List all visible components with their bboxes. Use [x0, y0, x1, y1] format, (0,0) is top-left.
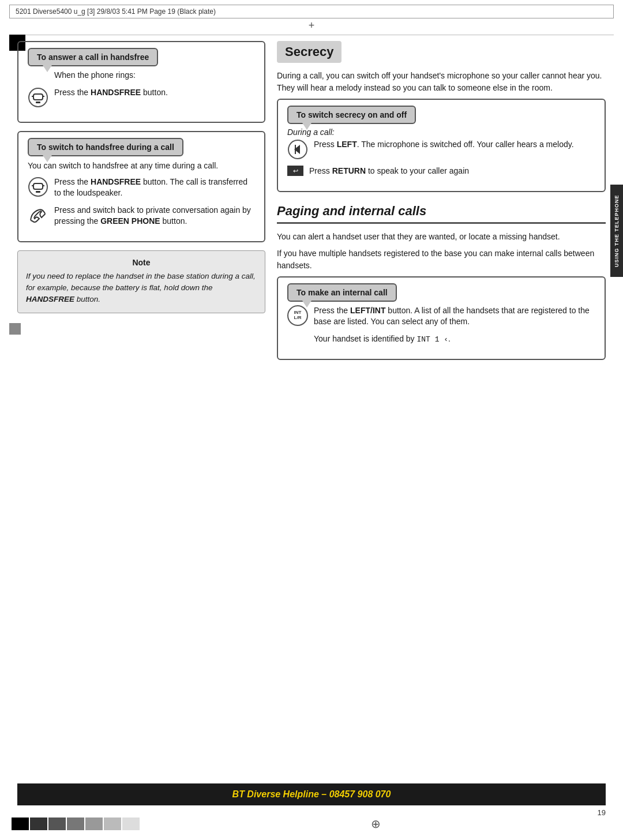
left-column: To answer a call in handsfree When the p…: [17, 41, 265, 368]
bottom-crosshair: ⊕: [371, 817, 381, 831]
color-dark2: [48, 817, 66, 830]
internal-step1-text: Press the LEFT/INT button. A list of all…: [314, 305, 595, 328]
secrecy-step2-post: to speak to your caller again: [366, 166, 469, 175]
secrecy-title: Secrecy: [277, 41, 341, 63]
page-number: 19: [598, 808, 606, 817]
secrecy-step2-bold: RETURN: [332, 166, 366, 175]
internal-step1-row: INTL/R Press the LEFT/INT button. A list…: [287, 305, 595, 328]
int-button-icon: INTL/R: [287, 305, 308, 326]
note-text: If you need to replace the handset in th…: [26, 271, 257, 306]
answer-step2-pre: Press the: [54, 88, 91, 97]
main-content: To answer a call in handsfree When the p…: [17, 41, 606, 368]
bottom-marks: ⊕: [0, 817, 623, 831]
svg-rect-7: [36, 191, 40, 193]
section-secrecy-switch: To switch secrecy on and off During a ca…: [277, 99, 606, 192]
note-box: Note If you need to replace the handset …: [17, 250, 265, 313]
page-header: 5201 Diverse5400 u_g [3] 29/8/03 5:41 PM…: [9, 5, 614, 18]
handsfree-icon-1: [28, 87, 48, 108]
registration-mark-gray: [9, 323, 21, 335]
internal-step2-text-main: Your handset is identified by: [314, 334, 417, 343]
top-divider: [9, 35, 614, 35]
secrecy-switch-content: During a call: Press LEFT. The microphon…: [278, 127, 605, 191]
answer-step1-text: When the phone rings:: [54, 70, 255, 81]
secrecy-step2-row: ↩ Press RETURN to speak to your caller a…: [287, 166, 595, 177]
internal-step2-period: .: [448, 334, 451, 343]
paging-section: Paging and internal calls You can alert …: [277, 204, 606, 360]
svg-rect-6: [33, 183, 43, 189]
color-gray1: [67, 817, 84, 830]
paging-para2: If you have multiple handsets registered…: [277, 247, 606, 272]
internal-step2-code: INT 1 ‹: [417, 335, 449, 344]
header-text: 5201 Diverse5400 u_g [3] 29/8/03 5:41 PM…: [16, 7, 216, 16]
crosshair-mark: [306, 20, 317, 31]
secrecy-step1-bold: LEFT: [337, 140, 357, 149]
section-switch-title: To switch to handsfree during a call: [28, 138, 183, 156]
switch-step2-row: Press and switch back to private convers…: [28, 205, 255, 227]
section-answer-handsfree: To answer a call in handsfree When the p…: [17, 41, 265, 123]
note-title: Note: [26, 258, 257, 267]
color-dark1: [30, 817, 47, 830]
svg-point-5: [29, 178, 47, 196]
internal-step2-row: Your handset is identified by INT 1 ‹.: [287, 333, 595, 345]
secrecy-step1-post: . The microphone is switched off. Your c…: [357, 140, 574, 149]
secrecy-section: Secrecy During a call, you can switch of…: [277, 41, 606, 192]
secrecy-step2-pre: Press: [309, 166, 332, 175]
section-internal-call: To make an internal call INTL/R Press th…: [277, 276, 606, 360]
nav-tab-telephone: USING THE TELEPHONE: [610, 185, 623, 277]
answer-step2-text: Press the HANDSFREE button.: [54, 87, 255, 99]
note-text-bold: HANDSFREE: [26, 295, 74, 303]
helpline-bar: BT Diverse Helpline – 08457 908 070: [17, 783, 606, 805]
switch-para1: You can switch to handsfree at any time …: [28, 160, 255, 172]
answer-step2-bold: HANDSFREE: [91, 88, 141, 97]
switch-step2-text: Press and switch back to private convers…: [54, 205, 255, 227]
svg-rect-1: [33, 94, 43, 100]
nav-left-icon: [287, 139, 308, 160]
color-blocks: [12, 817, 140, 830]
secrecy-italic: During a call:: [287, 127, 595, 137]
section-answer-content: When the phone rings: Press the HANDSFRE…: [18, 70, 264, 122]
answer-step1-row: When the phone rings:: [28, 70, 255, 81]
switch-step1-bold: HANDSFREE: [91, 177, 141, 186]
secrecy-para1: During a call, you can switch off your h…: [277, 70, 606, 94]
handsfree-icon-2: [28, 177, 48, 197]
paging-title: Paging and internal calls: [277, 204, 606, 224]
color-gray4: [122, 817, 140, 830]
switch-step2-bold: GREEN PHONE: [100, 216, 160, 226]
note-text-main: If you need to replace the handset in th…: [26, 272, 256, 292]
section-switch-handsfree: To switch to handsfree during a call You…: [17, 131, 265, 242]
switch-step1-text: Press the HANDSFREE button. The call is …: [54, 177, 255, 199]
internal-call-content: INTL/R Press the LEFT/INT button. A list…: [278, 305, 605, 359]
phone-icon: [28, 205, 48, 226]
right-column: Secrecy During a call, you can switch of…: [277, 41, 606, 368]
switch-step2-post: button.: [160, 216, 187, 226]
secrecy-step1-pre: Press: [314, 140, 337, 149]
paging-para1: You can alert a handset user that they a…: [277, 231, 606, 243]
color-black: [12, 817, 29, 830]
color-gray3: [104, 817, 121, 830]
section-switch-content: You can switch to handsfree at any time …: [18, 160, 264, 241]
crosshair-top: [0, 20, 623, 31]
internal-step1-bold: LEFT/INT: [350, 306, 385, 315]
secrecy-step1-text: Press LEFT. The microphone is switched o…: [314, 139, 595, 151]
svg-rect-2: [36, 102, 40, 103]
section-answer-title: To answer a call in handsfree: [28, 48, 158, 66]
switch-step1-row: Press the HANDSFREE button. The call is …: [28, 177, 255, 199]
return-icon: ↩: [287, 166, 303, 176]
svg-point-0: [29, 88, 47, 107]
secrecy-switch-title: To switch secrecy on and off: [287, 106, 416, 124]
switch-step1-pre: Press the: [54, 177, 91, 186]
color-gray2: [85, 817, 103, 830]
answer-step2-row: Press the HANDSFREE button.: [28, 87, 255, 108]
internal-call-title: To make an internal call: [287, 283, 397, 302]
internal-step2-text: Your handset is identified by INT 1 ‹.: [314, 333, 595, 345]
internal-step1-pre: Press the: [314, 306, 350, 315]
secrecy-step2-text: Press RETURN to speak to your caller aga…: [309, 166, 595, 177]
answer-step2-post: button.: [141, 88, 168, 97]
note-text-end: button.: [74, 295, 100, 303]
secrecy-step1-row: Press LEFT. The microphone is switched o…: [287, 139, 595, 160]
